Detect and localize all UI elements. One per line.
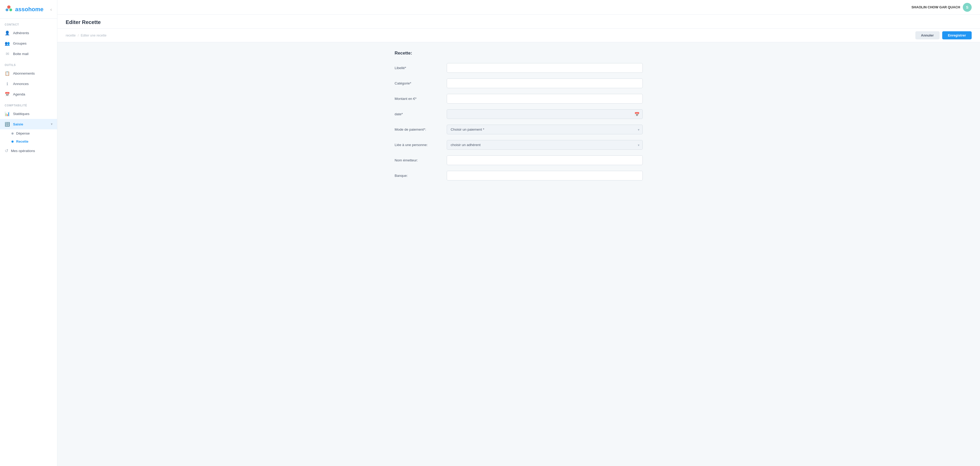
main-area: SHAOLIN CHOW GAR QUACH S Editer Recette …: [57, 0, 980, 466]
page-title: Editer Recette: [66, 19, 972, 25]
sidebar-item-annonces[interactable]: ℹ Annonces: [0, 78, 57, 89]
page-header: Editer Recette: [57, 14, 980, 29]
chevron-down-icon: ▾: [51, 122, 52, 126]
label-categorie: Catégorie*: [395, 81, 447, 85]
sidebar-item-label: Mes opérations: [11, 149, 35, 153]
saisie-icon: 🔢: [5, 121, 10, 127]
logo-icon: [4, 5, 14, 14]
save-button[interactable]: Enregistrer: [942, 31, 972, 39]
saisie-submenu: Dépense Recette: [0, 129, 57, 145]
label-mode-paiement: Mode de paiement*:: [395, 128, 447, 131]
label-libelle: Libellé*: [395, 66, 447, 70]
sidebar-item-label: Saisie: [13, 122, 23, 126]
section-label-contact: CONTACT: [0, 19, 57, 28]
sidebar-item-groupes[interactable]: 👥 Groupes: [0, 38, 57, 48]
sidebar-item-label: Annonces: [13, 82, 29, 86]
sidebar-item-mes-operations[interactable]: ↺ Mes opérations: [0, 145, 57, 156]
mes-operations-icon: ↺: [5, 148, 8, 153]
groupes-icon: 👥: [5, 41, 10, 46]
sidebar-sub-item-depense[interactable]: Dépense: [0, 129, 57, 137]
input-montant[interactable]: [447, 94, 643, 104]
collapse-button[interactable]: ‹: [49, 6, 53, 13]
sub-dot-depense: [11, 132, 14, 134]
breadcrumb-recette: recette: [66, 34, 76, 37]
svg-point-0: [7, 5, 11, 9]
breadcrumb-separator: /: [78, 34, 78, 37]
logo-area: assohome ‹: [0, 0, 57, 19]
page-content: Editer Recette recette / Editer une rece…: [57, 14, 980, 466]
sidebar-sub-item-recette[interactable]: Recette: [0, 137, 57, 145]
date-wrapper: 📅: [447, 109, 643, 119]
field-row-categorie: Catégorie*: [395, 78, 643, 88]
label-montant: Montant en €*: [395, 97, 447, 101]
field-row-montant: Montant en €*: [395, 94, 643, 104]
app-logo: assohome: [4, 5, 43, 14]
select-mode-paiement[interactable]: Choisir un paiement * Chèque Espèces Vir…: [447, 124, 643, 134]
sidebar: assohome ‹ CONTACT 👤 Adhérents 👥 Groupes…: [0, 0, 57, 466]
sidebar-item-label: Statitiques: [13, 112, 29, 116]
sidebar-item-label: Abonnements: [13, 72, 35, 75]
breadcrumb-editer: Editer une recette: [81, 34, 107, 37]
sidebar-item-abonnements[interactable]: 📋 Abonnements: [0, 68, 57, 78]
svg-point-2: [10, 8, 12, 11]
sidebar-item-label: Agenda: [13, 92, 25, 96]
form-section-title: Recette:: [395, 51, 643, 56]
field-row-banque: Banque:: [395, 171, 643, 180]
sidebar-item-label: Adhérents: [13, 31, 29, 35]
sidebar-item-label: Groupes: [13, 41, 27, 45]
input-banque[interactable]: [447, 171, 643, 180]
sidebar-item-statitiques[interactable]: 📊 Statitiques: [0, 109, 57, 119]
sidebar-item-saisie[interactable]: 🔢 Saisie ▾: [0, 119, 57, 129]
form-container: Recette: Libellé* Catégorie* Montant en …: [388, 51, 649, 180]
sidebar-item-adherents[interactable]: 👤 Adhérents: [0, 28, 57, 38]
field-row-mode-paiement: Mode de paiement*: Choisir un paiement *…: [395, 124, 643, 134]
topbar-user: SHAOLIN CHOW GAR QUACH S: [912, 3, 972, 12]
breadcrumb: recette / Editer une recette: [66, 34, 107, 37]
annonces-icon: ℹ: [5, 81, 10, 86]
field-row-libelle: Libellé*: [395, 63, 643, 73]
input-libelle[interactable]: [447, 63, 643, 73]
field-row-date: date* 📅: [395, 109, 643, 119]
label-liee-personne: Liée à une personne:: [395, 143, 447, 147]
sub-dot-recette: [11, 140, 14, 143]
select-wrapper-adherent: choisir un adhérent ▾: [447, 140, 643, 150]
cancel-button[interactable]: Annuler: [915, 31, 940, 39]
avatar: S: [963, 3, 972, 12]
label-nom-emetteur: Nom émetteur:: [395, 158, 447, 162]
input-date[interactable]: [447, 109, 643, 119]
section-label-comptabilite: COMPTABILITÉ: [0, 99, 57, 109]
adherents-icon: 👤: [5, 30, 10, 35]
input-categorie[interactable]: [447, 78, 643, 88]
topbar-username: SHAOLIN CHOW GAR QUACH: [912, 5, 960, 9]
sidebar-item-boite-mail[interactable]: ✉ Boite mail: [0, 48, 57, 59]
input-nom-emetteur[interactable]: [447, 155, 643, 165]
label-date: date*: [395, 112, 447, 116]
breadcrumb-bar: recette / Editer une recette Annuler Enr…: [57, 29, 980, 42]
stats-icon: 📊: [5, 111, 10, 116]
topbar: SHAOLIN CHOW GAR QUACH S: [57, 0, 980, 14]
abonnements-icon: 📋: [5, 71, 10, 76]
sidebar-item-label: Boite mail: [13, 52, 29, 56]
select-liee-personne[interactable]: choisir un adhérent: [447, 140, 643, 150]
select-wrapper-paiement: Choisir un paiement * Chèque Espèces Vir…: [447, 124, 643, 134]
section-label-outils: OUTILS: [0, 59, 57, 68]
agenda-icon: 📅: [5, 91, 10, 97]
breadcrumb-actions: Annuler Enregistrer: [915, 31, 972, 39]
sidebar-sub-label: Recette: [16, 139, 29, 144]
app-name: assohome: [15, 6, 43, 13]
label-banque: Banque:: [395, 174, 447, 177]
field-row-liee-personne: Liée à une personne: choisir un adhérent…: [395, 140, 643, 150]
sidebar-sub-label: Dépense: [16, 131, 30, 135]
mail-icon: ✉: [5, 51, 10, 56]
sidebar-item-agenda[interactable]: 📅 Agenda: [0, 89, 57, 99]
svg-point-1: [5, 8, 8, 11]
field-row-nom-emetteur: Nom émetteur:: [395, 155, 643, 165]
